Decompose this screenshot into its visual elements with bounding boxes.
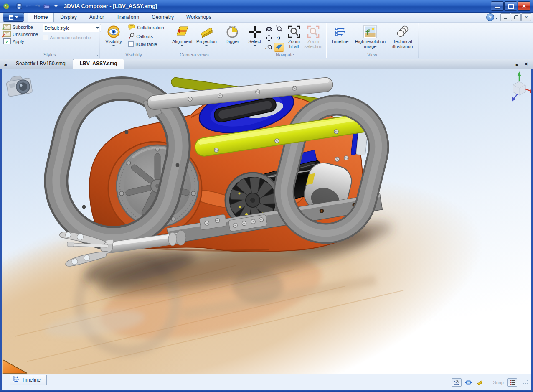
select-button[interactable]: Select bbox=[246, 24, 263, 52]
apply-icon: ✓ bbox=[3, 38, 11, 44]
walk-mode-icon[interactable] bbox=[274, 43, 284, 52]
high-resolution-image-icon bbox=[363, 25, 377, 39]
style-wedge-icon[interactable] bbox=[475, 378, 485, 387]
document-tab-bar: ◀ Seabotix LBV150.smg LBV_ASSY.smg ▶ ✕ bbox=[0, 59, 533, 69]
orbit-icon[interactable] bbox=[264, 24, 274, 33]
ribbon-group-view: Timeline High resolution image Technical… bbox=[326, 23, 418, 59]
rov-model[interactable] bbox=[45, 77, 388, 266]
zoom-selection-icon bbox=[307, 25, 320, 39]
tab-author[interactable]: Author bbox=[83, 13, 110, 22]
mdi-close-button[interactable]: ✕ bbox=[521, 13, 531, 21]
automatic-subscribe-checkbox: Automatic subscribe bbox=[43, 35, 101, 40]
status-tools: Snap bbox=[452, 378, 528, 387]
redo-icon bbox=[34, 3, 41, 10]
ribbon-group-visibility: Visibility Collaboration Callout bbox=[100, 23, 168, 59]
styles-dialog-launcher[interactable] bbox=[94, 53, 98, 57]
subscribe-button[interactable]: ✓ Subscribe bbox=[2, 24, 39, 30]
tab-transform[interactable]: Transform bbox=[110, 13, 145, 22]
window-controls: ✕ bbox=[491, 1, 530, 11]
ribbon-group-styles: ✓ Subscribe ✗ Unsubscribe ✓ Apply Defaul… bbox=[0, 23, 99, 59]
ribbon: ✓ Subscribe ✗ Unsubscribe ✓ Apply Defaul… bbox=[0, 23, 533, 59]
application-menu-icon bbox=[9, 15, 13, 20]
snap-label: Snap bbox=[493, 380, 504, 385]
callouts-button[interactable]: Callouts bbox=[127, 32, 165, 40]
technical-illustration-button[interactable]: Technical illustration bbox=[389, 24, 416, 52]
help-button[interactable]: ? bbox=[486, 13, 494, 21]
ribbon-group-navigate: Select ✈ +- bbox=[244, 23, 326, 59]
open-folder-icon[interactable] bbox=[43, 3, 51, 10]
high-resolution-image-button[interactable]: High resolution image bbox=[351, 24, 389, 52]
viewport-3d[interactable] bbox=[0, 69, 533, 374]
group-label-styles: Styles bbox=[0, 52, 99, 59]
doc-tab-seabotix[interactable]: Seabotix LBV150.smg bbox=[9, 59, 73, 69]
collaboration-icon bbox=[128, 24, 135, 31]
save-icon[interactable] bbox=[15, 3, 23, 10]
zoom-selection-button: Zoom selection bbox=[303, 24, 324, 52]
zoom-fit-all-button[interactable]: Zoom fit all bbox=[285, 24, 303, 52]
unsubscribe-button[interactable]: ✗ Unsubscribe bbox=[2, 31, 39, 37]
close-button[interactable]: ✕ bbox=[518, 1, 530, 11]
style-dropdown[interactable]: Default style bbox=[43, 24, 101, 32]
title-bar: 3DVIA Composer - [LBV_ASSY.smg] ✕ bbox=[0, 0, 533, 13]
timeline-button[interactable]: Timeline bbox=[328, 24, 351, 52]
doc-tab-close-icon[interactable]: ✕ bbox=[521, 61, 531, 69]
subscribe-icon: ✓ bbox=[3, 24, 11, 30]
measure-tool-icon[interactable] bbox=[452, 378, 462, 387]
unsubscribe-icon: ✗ bbox=[3, 31, 11, 37]
group-label-digger bbox=[221, 52, 244, 59]
doc-tabs-scroll-right-icon[interactable]: ▶ bbox=[514, 63, 521, 69]
alignment-icon bbox=[175, 25, 189, 39]
toolbar-options-icon[interactable] bbox=[52, 3, 60, 10]
projection-button[interactable]: Projection bbox=[195, 24, 218, 52]
navigate-tool-grid: ✈ +- bbox=[264, 24, 284, 52]
undo-icon[interactable] bbox=[25, 3, 32, 10]
application-menu-button[interactable] bbox=[3, 13, 24, 22]
digger-button[interactable]: Digger bbox=[223, 24, 241, 52]
maximize-button[interactable] bbox=[504, 1, 517, 11]
ribbon-group-camera-views: Alignment Projection Camera views bbox=[168, 23, 221, 59]
timeline-panel-button[interactable]: Timeline bbox=[10, 375, 47, 385]
svg-text:-: - bbox=[265, 46, 266, 51]
svg-text:+: + bbox=[265, 43, 267, 46]
zoom-fit-all-icon bbox=[288, 25, 300, 39]
timeline-icon bbox=[335, 25, 345, 39]
image-adjust-icon[interactable] bbox=[463, 378, 473, 387]
select-cross-icon bbox=[249, 25, 261, 39]
tab-home[interactable]: Home bbox=[28, 13, 54, 22]
technical-illustration-icon bbox=[396, 25, 409, 39]
timeline-panel-label: Timeline bbox=[22, 377, 41, 383]
grid-snap-icon[interactable] bbox=[507, 378, 517, 387]
resize-grip[interactable] bbox=[523, 380, 528, 385]
alignment-button[interactable]: Alignment bbox=[170, 24, 195, 52]
apply-button[interactable]: ✓ Apply bbox=[2, 38, 39, 45]
app-logo-icon[interactable] bbox=[3, 3, 10, 10]
group-label-navigate: Navigate bbox=[244, 52, 326, 59]
minimize-button[interactable] bbox=[491, 1, 504, 11]
group-label-visibility: Visibility bbox=[100, 52, 168, 59]
doc-tab-lbv-assy[interactable]: LBV_ASSY.smg bbox=[73, 59, 124, 69]
viewport-3d-scene[interactable] bbox=[2, 69, 531, 374]
mdi-restore-button[interactable] bbox=[511, 13, 521, 21]
tab-geometry[interactable]: Geometry bbox=[145, 13, 180, 22]
separator bbox=[13, 3, 13, 10]
bottom-bar: Timeline Snap bbox=[0, 374, 533, 392]
window-title: 3DVIA Composer - [LBV_ASSY.smg] bbox=[64, 3, 491, 9]
doc-tabs-scroll-left-icon[interactable]: ◀ bbox=[2, 63, 9, 69]
help-caret-icon[interactable] bbox=[495, 18, 498, 19]
zoom-area-icon[interactable] bbox=[274, 24, 284, 33]
tab-workshops[interactable]: Workshops bbox=[180, 13, 218, 22]
collaboration-button[interactable]: Collaboration bbox=[127, 24, 165, 31]
digger-icon bbox=[225, 25, 239, 39]
bom-table-box-icon bbox=[128, 41, 134, 47]
close-glyph: ✕ bbox=[522, 3, 526, 9]
pan-icon[interactable] bbox=[264, 33, 274, 43]
callouts-icon bbox=[128, 33, 135, 40]
tab-display[interactable]: Display bbox=[54, 13, 83, 22]
mdi-minimize-button[interactable] bbox=[500, 13, 510, 21]
fly-through-icon[interactable]: ✈ bbox=[274, 33, 284, 43]
visibility-button[interactable]: Visibility bbox=[102, 24, 125, 52]
quick-access-toolbar bbox=[3, 3, 60, 10]
zoom-in-out-icon[interactable]: +- bbox=[264, 43, 274, 52]
bom-table-checkbox[interactable]: BOM table bbox=[127, 41, 165, 47]
timeline-panel-icon bbox=[13, 376, 19, 384]
